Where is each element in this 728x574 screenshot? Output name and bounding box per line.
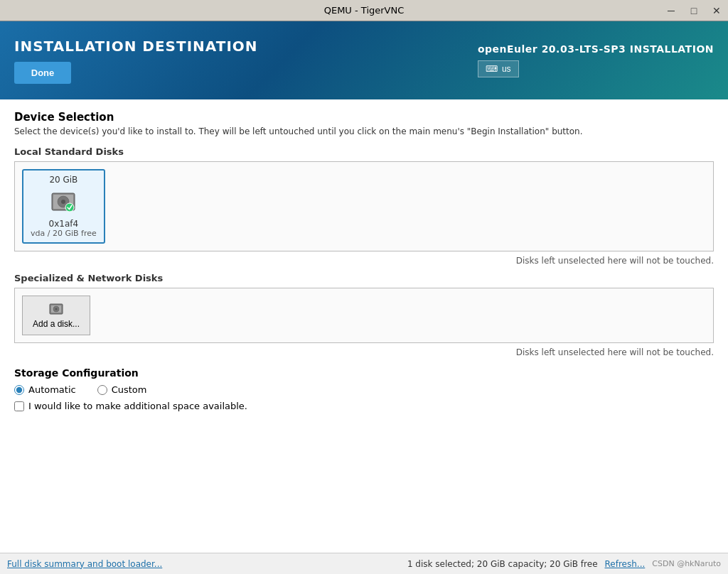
automatic-radio-label[interactable]: Automatic <box>14 384 76 395</box>
local-disks-label: Local Standard Disks <box>14 146 714 157</box>
disk-item[interactable]: 20 GiB 0x1af4 vda / 20 GiB free <box>22 169 105 244</box>
local-disk-note: Disks left unselected here will not be t… <box>14 256 714 266</box>
svg-point-4 <box>65 203 74 212</box>
window-title: QEMU - TigerVNC <box>324 5 405 16</box>
device-selection-title: Device Selection <box>14 111 714 124</box>
disk-name: 0x1af4 <box>49 219 79 229</box>
bottom-bar: Full disk summary and boot loader... 1 d… <box>0 553 728 574</box>
device-selection-desc: Select the device(s) you'd like to insta… <box>14 126 714 136</box>
disk-size: 20 GiB <box>49 175 77 185</box>
add-disk-icon <box>49 302 63 316</box>
full-disk-summary-link[interactable]: Full disk summary and boot loader... <box>7 559 162 569</box>
main-content: Device Selection Select the device(s) yo… <box>0 99 728 553</box>
automatic-radio[interactable] <box>14 385 24 395</box>
custom-label: Custom <box>112 384 147 395</box>
csdn-label: CSDN @hkNaruto <box>652 559 721 568</box>
specialized-disk-area: Add a disk... <box>14 288 714 343</box>
add-disk-label: Add a disk... <box>33 319 80 329</box>
keyboard-label: us <box>502 64 511 74</box>
close-button[interactable]: ✕ <box>705 0 728 21</box>
minimize-button[interactable]: ─ <box>660 0 682 21</box>
done-button[interactable]: Done <box>14 62 71 84</box>
local-disk-area: 20 GiB 0x1af4 vda / 20 GiB free <box>14 161 714 251</box>
additional-space-checkbox[interactable] <box>14 401 24 411</box>
specialized-disks-label: Specialized & Network Disks <box>14 273 714 283</box>
keyboard-icon: ⌨ <box>486 64 498 74</box>
disk-icon <box>49 188 77 216</box>
storage-configuration: Storage Configuration Automatic Custom I… <box>14 367 714 411</box>
custom-radio[interactable] <box>97 385 107 395</box>
bottom-right: 1 disk selected; 20 GiB capacity; 20 GiB… <box>407 559 721 569</box>
additional-space-checkbox-label[interactable]: I would like to make additional space av… <box>14 401 714 411</box>
header-right: openEuler 20.03-LTS-SP3 INSTALLATION ⌨ u… <box>478 43 714 77</box>
storage-radio-group: Automatic Custom <box>14 384 714 395</box>
storage-config-title: Storage Configuration <box>14 367 714 379</box>
installation-title: INSTALLATION DESTINATION <box>14 38 258 55</box>
disk-info: vda / 20 GiB free <box>31 229 97 238</box>
title-bar: QEMU - TigerVNC ─ □ ✕ <box>0 0 728 21</box>
system-title: openEuler 20.03-LTS-SP3 INSTALLATION <box>478 43 714 55</box>
svg-point-8 <box>55 308 58 310</box>
header-left: INSTALLATION DESTINATION Done <box>14 38 258 84</box>
additional-space-label: I would like to make additional space av… <box>28 401 247 411</box>
specialized-disk-note: Disks left unselected here will not be t… <box>14 347 714 357</box>
custom-radio-label[interactable]: Custom <box>97 384 147 395</box>
keyboard-button[interactable]: ⌨ us <box>478 60 519 77</box>
svg-point-3 <box>61 200 65 204</box>
add-disk-button[interactable]: Add a disk... <box>22 296 90 335</box>
refresh-link[interactable]: Refresh... <box>605 559 646 569</box>
disk-status: 1 disk selected; 20 GiB capacity; 20 GiB… <box>407 559 598 569</box>
window-controls: ─ □ ✕ <box>660 0 728 21</box>
header: INSTALLATION DESTINATION Done openEuler … <box>0 21 728 99</box>
automatic-label: Automatic <box>28 384 76 395</box>
restore-button[interactable]: □ <box>682 0 705 21</box>
